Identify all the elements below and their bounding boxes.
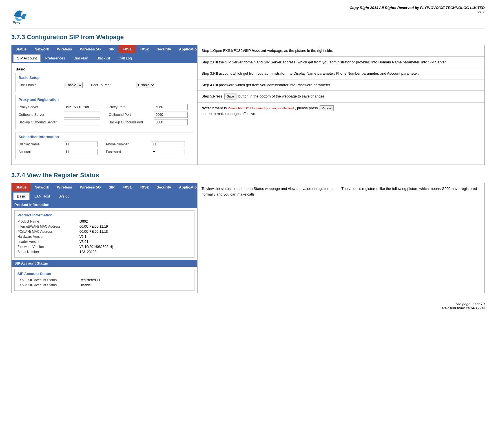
- note-label: Note:: [202, 106, 211, 110]
- nav2-wireless5g[interactable]: Wireless 5G: [76, 183, 105, 191]
- peer-to-peer-select[interactable]: Disable Enable: [136, 82, 155, 88]
- account-input[interactable]: [64, 149, 98, 155]
- backup-outbound-port-label: Backup Outbound Port: [109, 120, 154, 124]
- subnav-sip-account[interactable]: SIP Account: [13, 54, 41, 62]
- serial-number-label: Serial Number: [17, 250, 79, 254]
- backup-outbound-row: Backup Outbound Server Backup Outbound P…: [19, 119, 190, 125]
- reboot-button-example: Reboot: [320, 105, 333, 111]
- backup-outbound-port-input[interactable]: [154, 119, 188, 125]
- nav2-fxs1[interactable]: FXS1: [119, 183, 136, 191]
- wan-mac-label: Internet(WAN) MAC Address: [17, 225, 79, 229]
- subnav-call-log[interactable]: Call Log: [115, 54, 136, 62]
- section1-nav-bar: Status Network Wireless Wireless 5G SIP …: [12, 45, 197, 53]
- nav-wireless[interactable]: Wireless: [53, 45, 76, 53]
- svg-text:Flying: Flying: [13, 21, 20, 24]
- line-enable-select[interactable]: Enable Disable: [64, 82, 83, 88]
- desc-step3: Step 3.Fill account which get from you a…: [198, 68, 484, 79]
- page-info: The page 20 of 79: [11, 302, 485, 306]
- product-name-row: Product Name G802: [17, 219, 191, 223]
- copyright: Copy Right 2014 All Rights Reserved by F…: [349, 6, 485, 14]
- desc-note: Note: if there is Please REBOOT to make …: [198, 103, 484, 119]
- subnav2-syslog[interactable]: Syslog: [55, 192, 73, 200]
- section2-title: 3.7.4 View the Register Status: [11, 172, 485, 179]
- nav2-sip[interactable]: SIP: [105, 183, 119, 191]
- proxy-reg-group: Proxy and Registration Proxy Server Prox…: [15, 95, 193, 129]
- fxs2-status-label: FXS 2 SIP Account Status: [17, 283, 79, 287]
- display-name-input[interactable]: [64, 141, 98, 147]
- subnav-preferences[interactable]: Preferences: [42, 54, 69, 62]
- basic-setup-title: Basic Setup: [19, 76, 190, 80]
- note-prefix: if there is: [212, 106, 227, 110]
- backup-outbound-input[interactable]: [64, 119, 100, 125]
- password-label: Password: [106, 150, 151, 154]
- section2-nav-bar: Status Network Wireless Wireless 5G SIP …: [12, 183, 197, 191]
- outbound-server-input[interactable]: [64, 112, 100, 118]
- wan-mac-row: Internet(WAN) MAC Address 00:0C:FE:00:11…: [17, 225, 191, 229]
- reboot-notice-text: Please REBOOT to make the changes effect…: [228, 107, 294, 110]
- sip-status-group: SIP Account Status FXS 1 SIP Account Sta…: [14, 269, 194, 291]
- step5-prefix: Step 5.Press: [202, 94, 222, 98]
- line-enable-row: Line Enable Enable Disable Peer To Peer …: [19, 82, 190, 88]
- nav2-fxs2[interactable]: FXS2: [136, 183, 153, 191]
- line-enable-label: Line Enable: [19, 83, 64, 87]
- outbound-port-input[interactable]: [154, 112, 188, 118]
- nav2-network[interactable]: Network: [31, 183, 53, 191]
- subnav-dial-plan[interactable]: Dial Plan: [70, 54, 92, 62]
- nav-fxs2[interactable]: FXS2: [136, 45, 153, 53]
- subscriber-group: Subscriber Information Display Name Phon…: [15, 132, 193, 159]
- logo-area: Flying Voice Voice over IP: [11, 6, 37, 25]
- peer-to-peer-label: Peer To Peer: [91, 83, 136, 87]
- subnav2-basic[interactable]: Basic: [13, 192, 30, 200]
- desc-step5: Step 5.Press Save button in the bottom o…: [198, 91, 484, 103]
- section1-ui-panel: Status Network Wireless Wireless 5G SIP …: [12, 45, 198, 165]
- save-button-example: Save: [224, 94, 236, 99]
- basic-label: Basic: [15, 67, 193, 71]
- display-name-label: Display Name: [19, 142, 64, 146]
- page-footer: The page 20 of 79 Revision time: 2014-12…: [11, 302, 485, 310]
- lan-mac-label: PC(LAN) MAC Address: [17, 230, 79, 234]
- subnav-blacklist[interactable]: Blacklist: [93, 54, 114, 62]
- proxy-server-input[interactable]: [64, 104, 100, 110]
- proxy-reg-title: Proxy and Registration: [19, 97, 190, 102]
- section1-sub-nav: SIP Account Preferences Dial Plan Blackl…: [12, 53, 197, 63]
- account-row: Account Password: [19, 149, 190, 155]
- password-input[interactable]: [151, 149, 185, 155]
- desc-step4: Step 4.Fill password which get from you …: [198, 79, 484, 91]
- outbound-port-label: Outbound Port: [109, 113, 154, 117]
- nav-sip[interactable]: SIP: [105, 45, 119, 53]
- nav-network[interactable]: Network: [31, 45, 53, 53]
- flying-voice-logo: Flying Voice Voice over IP: [11, 6, 37, 25]
- desc-step1: Step 1.Open FXS1(FXS2)/SIP Account webpa…: [198, 45, 484, 57]
- nav-fxs1[interactable]: FXS1: [119, 45, 136, 53]
- sip-status-title: SIP Account Status: [17, 272, 191, 276]
- section1-form: Basic Basic Setup Line Enable Enable Dis…: [12, 63, 197, 165]
- lan-mac-value: 00:0C:FE:00:11:18: [79, 230, 108, 234]
- nav2-wireless[interactable]: Wireless: [53, 183, 76, 191]
- svg-text:Voice: Voice: [13, 24, 19, 25]
- outbound-server-row: Outbound Server Outbound Port: [19, 112, 190, 118]
- fxs1-status-value: Registered 11: [79, 278, 101, 282]
- backup-outbound-label: Backup Outbound Server: [19, 120, 64, 124]
- lan-mac-row: PC(LAN) MAC Address 00:0C:FE:00:11:18: [17, 230, 191, 234]
- product-info-group: Product Information Product Name G802 In…: [14, 210, 194, 258]
- nav-security[interactable]: Security: [153, 45, 175, 53]
- subscriber-title: Subscriber Information: [19, 135, 190, 139]
- nav2-security[interactable]: Security: [153, 183, 175, 191]
- section2-body: Status Network Wireless Wireless 5G SIP …: [11, 183, 485, 293]
- subnav2-lanhost[interactable]: LAN Host: [31, 192, 54, 200]
- wan-mac-value: 00:0C:FE:00:11:19: [79, 225, 108, 229]
- firmware-version-value: V3.10(201408260214): [79, 245, 113, 249]
- hw-version-label: Hardware Version: [17, 235, 79, 239]
- section2-sub-nav: Basic LAN Host Syslog: [12, 191, 197, 201]
- nav-status[interactable]: Status: [12, 45, 31, 53]
- nav2-status[interactable]: Status: [12, 183, 31, 191]
- phone-number-input[interactable]: [151, 141, 185, 147]
- proxy-port-input[interactable]: [154, 104, 188, 110]
- basic-setup-group: Basic Setup Line Enable Enable Disable P…: [15, 73, 193, 92]
- desc2-register-status: To view the status, please open Status w…: [198, 183, 484, 200]
- hw-version-row: Hardware Version V1.1: [17, 235, 191, 239]
- proxy-server-label: Proxy Server: [19, 105, 64, 109]
- loader-version-row: Loader Version V3.01: [17, 240, 191, 244]
- sip-account-bold: SIP Account: [245, 48, 266, 53]
- nav-wireless5g[interactable]: Wireless 5G: [76, 45, 105, 53]
